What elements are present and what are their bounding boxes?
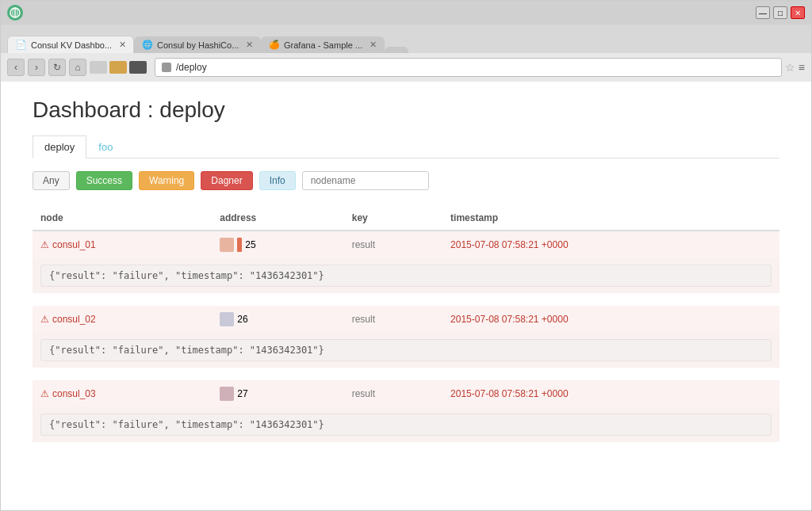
browser-tab-1[interactable]: 📄 Consul KV Dashbo... ✕ [7,36,134,53]
key-cell: result [344,306,442,333]
node-name: consul_03 [52,388,96,399]
tab1-close[interactable]: ✕ [119,40,126,50]
toolbar-icon-dark [129,61,147,74]
filter-bar: Any Success Warning Dagner Info [33,171,779,190]
filter-danger[interactable]: Dagner [201,171,252,190]
address-number: 25 [245,239,255,250]
detail-row: {"result": "failure", "timestamp": "1436… [33,258,779,293]
addr-block4 [220,387,234,401]
addr-block2 [237,238,242,252]
back-button[interactable]: ‹ [7,59,25,76]
data-table: node address key timestamp ⚠consul_0125r… [33,206,779,442]
timestamp-cell: 2015-07-08 07:58:21 +0000 [442,380,779,407]
minimize-button[interactable]: — [756,6,770,19]
key-cell: result [344,231,442,258]
tab3-close[interactable]: ✕ [370,40,377,50]
detail-row: {"result": "failure", "timestamp": "1436… [33,407,779,442]
toolbar-icon-orange [109,61,127,74]
menu-button[interactable]: ≡ [799,61,805,74]
warning-icon: ⚠ [40,239,49,250]
favicon [162,63,171,72]
detail-code: {"result": "failure", "timestamp": "1436… [40,265,772,287]
page-title: Dashboard : deploy [33,97,779,123]
address-bar[interactable]: /deploy [155,58,782,77]
key-cell: result [344,380,442,407]
timestamp-cell: 2015-07-08 07:58:21 +0000 [442,306,779,333]
maximize-button[interactable]: □ [773,6,787,19]
tab-deploy[interactable]: deploy [33,135,86,158]
browser-icon [7,5,23,21]
tab2-close[interactable]: ✕ [246,40,253,50]
detail-row: {"result": "failure", "timestamp": "1436… [33,333,779,368]
detail-code: {"result": "failure", "timestamp": "1436… [40,339,772,361]
address-number: 27 [237,388,247,399]
tab-foo[interactable]: foo [86,135,124,158]
browser-tab-2[interactable]: 🌐 Consul by HashiCo... ✕ [134,36,261,53]
page-content: Dashboard : deploy deploy foo Any Succes… [1,82,811,510]
table-row: ⚠consul_0226result2015-07-08 07:58:21 +0… [33,306,779,333]
col-node: node [33,206,212,231]
col-key: key [344,206,442,231]
tab2-label: Consul by HashiCo... [157,40,239,50]
bookmark-button[interactable]: ☆ [785,61,795,74]
col-address: address [212,206,344,231]
tab3-label: Grafana - Sample ... [284,40,362,50]
col-timestamp: timestamp [442,206,779,231]
table-row: ⚠consul_0125result2015-07-08 07:58:21 +0… [33,231,779,258]
home-button[interactable]: ⌂ [69,59,86,76]
detail-code: {"result": "failure", "timestamp": "1436… [40,414,772,436]
browser-tab-4[interactable] [385,47,408,53]
address-number: 26 [237,314,247,325]
addr-block1 [220,238,234,252]
filter-any[interactable]: Any [33,171,70,190]
warning-icon: ⚠ [40,388,49,399]
tab1-icon: 📄 [16,40,27,50]
address-cell: 25 [220,238,336,252]
nodename-input[interactable] [302,171,429,190]
addr-block3 [220,312,234,326]
node-name: consul_01 [52,239,96,250]
address-cell: 26 [220,312,336,326]
table-row: ⚠consul_0327result2015-07-08 07:58:21 +0… [33,380,779,407]
address-text: /deploy [176,62,207,73]
address-cell: 27 [220,387,336,401]
browser-tab-3[interactable]: 🍊 Grafana - Sample ... ✕ [261,36,385,53]
timestamp-cell: 2015-07-08 07:58:21 +0000 [442,231,779,258]
filter-warning[interactable]: Warning [139,171,194,190]
tab1-label: Consul KV Dashbo... [31,40,112,50]
node-name: consul_02 [52,314,96,325]
tab3-icon: 🍊 [269,40,280,50]
page-tabs-nav: deploy foo [33,135,779,158]
toolbar-icon-doc [90,61,107,74]
tab2-icon: 🌐 [142,40,153,50]
reload-button[interactable]: ↻ [48,59,66,76]
forward-button[interactable]: › [28,59,45,76]
warning-icon: ⚠ [40,314,49,325]
filter-info[interactable]: Info [259,171,296,190]
close-button[interactable]: ✕ [791,6,805,19]
filter-success[interactable]: Success [76,171,132,190]
